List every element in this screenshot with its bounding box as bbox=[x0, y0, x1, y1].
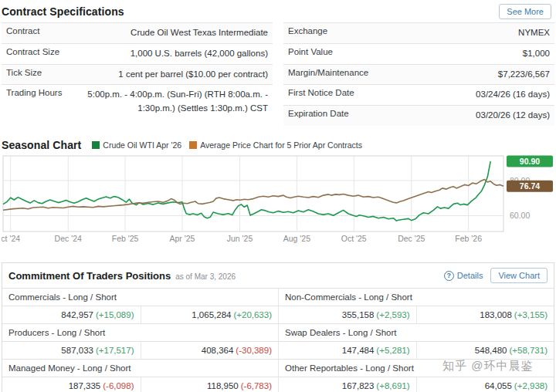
seasonal-line-chart[interactable]: 80.0060.00ct '24Dec '24Feb '25Apr '25Jun… bbox=[2, 154, 554, 245]
spec-row-contract-size: Contract Size 1,000 U.S. barrels (42,000… bbox=[2, 43, 273, 64]
cot-value-cell: 408,364(-30,389) bbox=[141, 341, 279, 359]
cot-group-label-commercials: Commercials - Long / Short bbox=[2, 288, 278, 306]
cot-group-label-other-reportables: Other Reportables - Long / Short bbox=[278, 359, 554, 377]
spec-value: 03/20/26 (12 days) bbox=[476, 109, 550, 123]
legend-item-current-contract: Crude Oil WTI Apr '26 bbox=[92, 140, 181, 150]
spec-row-contract: Contract Crude Oil West Texas Intermedia… bbox=[2, 22, 273, 43]
contract-specs-table: Contract Crude Oil West Texas Intermedia… bbox=[0, 22, 556, 126]
svg-text:Dec '24: Dec '24 bbox=[55, 234, 82, 243]
spec-label: Contract Size bbox=[6, 47, 59, 56]
contract-specs-header: Contract Specifications See More bbox=[0, 0, 556, 22]
details-label: Details bbox=[457, 271, 483, 280]
change-value: (+2,938) bbox=[514, 381, 548, 390]
spec-label: Margin/Maintenance bbox=[288, 68, 368, 77]
cot-value-cell: 548,480(+58,731) bbox=[416, 341, 554, 359]
change-value: (+2,593) bbox=[376, 310, 409, 319]
svg-text:60.00: 60.00 bbox=[510, 211, 530, 221]
spec-value: $1,000 bbox=[523, 47, 550, 61]
svg-text:ct '24: ct '24 bbox=[2, 234, 20, 243]
cot-value-cell: 147,484(+5,281) bbox=[278, 341, 416, 359]
change-value: (+58,731) bbox=[509, 346, 548, 355]
spec-row-first-notice: First Notice Date 03/24/26 (16 days) bbox=[283, 84, 554, 105]
cot-value-row: 187,335(-6,098) 118,950(-6,783) 167,823(… bbox=[2, 377, 554, 392]
spec-label: Exchange bbox=[288, 26, 327, 35]
spec-value: NYMEX bbox=[518, 26, 550, 40]
cot-value-cell: 842,957(+15,089) bbox=[2, 306, 141, 323]
spec-value: Crude Oil West Texas Intermediate bbox=[131, 26, 268, 40]
spec-table-right: Exchange NYMEX Point Value $1,000 Margin… bbox=[283, 22, 554, 126]
spec-row-exchange: Exchange NYMEX bbox=[283, 22, 554, 43]
spec-label: Point Value bbox=[288, 47, 333, 56]
seasonal-chart-plot[interactable]: 80.0060.00ct '24Dec '24Feb '25Apr '25Jun… bbox=[0, 154, 556, 248]
spec-value: 1,000 U.S. barrels (42,000 gallons) bbox=[131, 47, 268, 61]
svg-text:Jun '25: Jun '25 bbox=[227, 234, 253, 243]
cot-header: Commitment Of Traders Positions as of Ma… bbox=[2, 263, 554, 288]
seasonal-chart-section: Seasonal Chart Crude Oil WTI Apr '26 Ave… bbox=[0, 137, 556, 248]
svg-text:Apr '25: Apr '25 bbox=[170, 234, 195, 243]
spec-row-trading-hours: Trading Hours 5:00p.m. - 4:00p.m. (Sun-F… bbox=[2, 84, 273, 119]
spec-label: Contract bbox=[6, 26, 39, 35]
svg-text:Feb '25: Feb '25 bbox=[112, 234, 139, 243]
cot-group-label-producers: Producers - Long / Short bbox=[2, 323, 278, 341]
spec-label: Expiration Date bbox=[288, 109, 349, 118]
cot-value-cell: 1,065,284(+20,633) bbox=[141, 306, 279, 323]
change-value: (+8,691) bbox=[376, 381, 409, 390]
cot-actions: ? Details View Chart bbox=[444, 268, 548, 283]
details-link[interactable]: ? Details bbox=[444, 271, 483, 281]
svg-text:90.90: 90.90 bbox=[520, 157, 540, 166]
cot-value-cell: 167,823(+8,691) bbox=[278, 377, 416, 392]
cot-as-of-date: as of Mar 3, 2026 bbox=[175, 272, 236, 281]
cot-section: Commitment Of Traders Positions as of Ma… bbox=[2, 262, 554, 392]
svg-text:Feb '26: Feb '26 bbox=[455, 234, 482, 243]
see-more-button[interactable]: See More bbox=[499, 4, 551, 19]
change-value: (+3,155) bbox=[514, 310, 548, 319]
spec-label: Tick Size bbox=[6, 68, 42, 77]
legend-label: Average Price Chart for 5 Prior Apr Cont… bbox=[200, 140, 362, 150]
cot-value-row: 587,033(+17,517) 408,364(-30,389) 147,48… bbox=[2, 341, 554, 359]
spec-row-tick-size: Tick Size 1 cent per barrel ($10.00 per … bbox=[2, 64, 273, 85]
legend-item-average: Average Price Chart for 5 Prior Apr Cont… bbox=[189, 140, 362, 150]
svg-text:76.74: 76.74 bbox=[520, 181, 540, 191]
cot-value-cell: 183,008(+3,155) bbox=[416, 306, 554, 323]
svg-text:Dec '25: Dec '25 bbox=[398, 234, 425, 243]
spec-value: 1 cent per barrel ($10.00 per contract) bbox=[118, 68, 268, 82]
change-value: (+20,633) bbox=[233, 310, 272, 319]
legend-label: Crude Oil WTI Apr '26 bbox=[103, 140, 181, 150]
svg-text:Aug '25: Aug '25 bbox=[283, 234, 310, 243]
cot-group-label-managed-money: Managed Money - Long / Short bbox=[2, 359, 278, 377]
cot-label-row: Managed Money - Long / Short Other Repor… bbox=[2, 359, 554, 377]
change-value: (-30,389) bbox=[236, 346, 272, 355]
cot-title-wrap: Commitment Of Traders Positions as of Ma… bbox=[8, 270, 236, 282]
change-value: (+5,281) bbox=[376, 346, 409, 355]
contract-specs-title: Contract Specifications bbox=[2, 5, 124, 18]
cot-value-cell: 355,158(+2,593) bbox=[278, 306, 416, 323]
cot-value-cell: 187,335(-6,098) bbox=[2, 377, 141, 392]
cot-label-row: Producers - Long / Short Swap Dealers - … bbox=[2, 323, 554, 341]
spec-label: First Notice Date bbox=[288, 88, 354, 97]
spec-label: Trading Hours bbox=[6, 88, 62, 97]
cot-value-cell: 587,033(+17,517) bbox=[2, 341, 141, 359]
change-value: (+17,517) bbox=[96, 346, 134, 355]
view-chart-button[interactable]: View Chart bbox=[490, 268, 548, 283]
question-circle-icon: ? bbox=[444, 271, 454, 281]
seasonal-chart-title: Seasonal Chart bbox=[2, 139, 81, 151]
change-value: (+15,089) bbox=[96, 310, 134, 319]
spec-value: $7,223/6,567 bbox=[498, 68, 550, 82]
cot-label-row: Commercials - Long / Short Non-Commercia… bbox=[2, 288, 554, 306]
change-value: (-6,783) bbox=[241, 381, 272, 390]
spec-row-margin: Margin/Maintenance $7,223/6,567 bbox=[283, 64, 554, 85]
cot-title: Commitment Of Traders Positions bbox=[8, 270, 171, 282]
cot-group-label-non-commercials: Non-Commercials - Long / Short bbox=[278, 288, 554, 306]
spec-value: 03/24/26 (16 days) bbox=[476, 88, 550, 102]
cot-value-cell: 118,950(-6,783) bbox=[141, 377, 279, 392]
cot-value-row: 842,957(+15,089) 1,065,284(+20,633) 355,… bbox=[2, 306, 554, 323]
change-value: (-6,098) bbox=[103, 381, 134, 390]
spec-table-left: Contract Crude Oil West Texas Intermedia… bbox=[2, 22, 273, 126]
svg-text:Oct '25: Oct '25 bbox=[341, 234, 367, 243]
spec-value: 5:00p.m. - 4:00p.m. (Sun-Fri) (RTH 8:00a… bbox=[84, 88, 268, 116]
seasonal-chart-header: Seasonal Chart Crude Oil WTI Apr '26 Ave… bbox=[0, 137, 556, 154]
chart-legend: Crude Oil WTI Apr '26 Average Price Char… bbox=[92, 140, 370, 150]
spec-row-point-value: Point Value $1,000 bbox=[283, 43, 554, 64]
spec-row-expiration: Expiration Date 03/20/26 (12 days) bbox=[283, 105, 554, 126]
green-series-swatch-icon bbox=[92, 141, 100, 149]
